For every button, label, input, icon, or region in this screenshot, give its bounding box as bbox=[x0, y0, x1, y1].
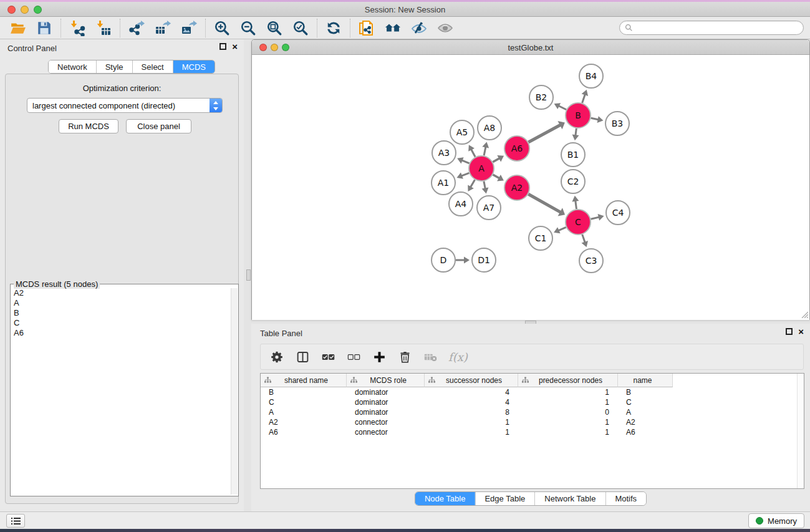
graph-node-D[interactable]: D bbox=[432, 248, 455, 272]
zoom-in-button[interactable] bbox=[209, 18, 235, 38]
show-hide-panels-button[interactable] bbox=[380, 18, 406, 38]
run-mcds-button[interactable]: Run MCDS bbox=[59, 119, 118, 133]
table-row[interactable]: Bdominator41B bbox=[261, 387, 804, 397]
edge-D-D1[interactable] bbox=[456, 257, 470, 264]
edge-A-A8[interactable] bbox=[482, 142, 489, 156]
edge-B-B2[interactable] bbox=[554, 103, 567, 110]
save-session-button[interactable] bbox=[31, 18, 57, 38]
column-browser-button[interactable] bbox=[295, 349, 310, 364]
column-settings-button[interactable] bbox=[269, 349, 284, 364]
graph-node-B2[interactable]: B2 bbox=[529, 85, 553, 109]
export-table-button[interactable] bbox=[150, 18, 176, 38]
edge-B-B4[interactable] bbox=[582, 90, 588, 103]
status-bar: Memory bbox=[0, 511, 810, 529]
memory-button[interactable]: Memory bbox=[748, 513, 804, 528]
tab-select[interactable]: Select bbox=[132, 60, 173, 73]
table-row[interactable]: A6connector11A6 bbox=[261, 427, 804, 437]
refresh-button[interactable] bbox=[321, 18, 347, 38]
select-all-columns-button[interactable] bbox=[321, 349, 335, 364]
graph-node-A7[interactable]: A7 bbox=[477, 196, 501, 220]
tab-node-table[interactable]: Node Table bbox=[415, 492, 475, 505]
table-row[interactable]: Adominator80A bbox=[261, 407, 804, 417]
column-header-successor-nodes[interactable]: successor nodes bbox=[425, 374, 518, 387]
edge-A-A5[interactable] bbox=[468, 145, 475, 157]
import-table-button[interactable] bbox=[90, 18, 117, 38]
graph-node-A2[interactable]: A2 bbox=[504, 175, 529, 200]
edge-A-A6[interactable] bbox=[493, 155, 504, 162]
edge-C-C3[interactable] bbox=[582, 235, 588, 247]
edge-A-A4[interactable] bbox=[468, 180, 475, 191]
edge-A6-B[interactable] bbox=[528, 121, 564, 142]
graph-node-C[interactable]: C bbox=[566, 210, 591, 235]
tab-edge-table[interactable]: Edge Table bbox=[475, 492, 534, 505]
table-scrollbar[interactable] bbox=[797, 374, 804, 488]
zoom-out-button[interactable] bbox=[235, 18, 261, 38]
tab-network[interactable]: Network bbox=[49, 60, 96, 73]
graph-node-C1[interactable]: C1 bbox=[529, 226, 552, 250]
mcds-result-item: B bbox=[11, 308, 229, 318]
tab-style[interactable]: Style bbox=[96, 60, 132, 73]
graph-node-D1[interactable]: D1 bbox=[472, 248, 496, 272]
graph-node-A6[interactable]: A6 bbox=[504, 136, 529, 161]
graph-node-A3[interactable]: A3 bbox=[432, 141, 456, 165]
table-row[interactable]: A2connector11A2 bbox=[261, 417, 804, 427]
search-field[interactable] bbox=[619, 21, 804, 35]
search-input[interactable] bbox=[636, 23, 798, 32]
edge-A2-C[interactable] bbox=[528, 194, 565, 216]
tab-mcds[interactable]: MCDS bbox=[173, 60, 215, 73]
unselect-all-columns-button[interactable] bbox=[346, 349, 361, 364]
export-image-button[interactable] bbox=[176, 18, 202, 38]
graph-node-A[interactable]: A bbox=[469, 156, 494, 181]
close-panel-button[interactable]: × bbox=[232, 43, 238, 50]
network-window-titlebar[interactable]: testGlobe.txt bbox=[252, 40, 809, 55]
edge-B-B1[interactable] bbox=[572, 128, 579, 140]
resize-grip-icon[interactable] bbox=[801, 311, 808, 318]
edge-C-C2[interactable] bbox=[572, 196, 579, 209]
edge-A-A3[interactable] bbox=[457, 157, 469, 163]
column-header-mcds-role[interactable]: MCDS role bbox=[347, 374, 425, 387]
edge-A-A7[interactable] bbox=[482, 181, 489, 194]
task-history-button[interactable] bbox=[6, 514, 25, 528]
float-panel-button[interactable] bbox=[219, 43, 226, 50]
graph-node-B[interactable]: B bbox=[566, 103, 591, 128]
graph-node-A1[interactable]: A1 bbox=[432, 171, 455, 195]
edge-C-C4[interactable] bbox=[591, 214, 604, 221]
edge-A-A2[interactable] bbox=[493, 175, 503, 181]
zoom-fit-button[interactable] bbox=[261, 18, 287, 38]
graph-node-B1[interactable]: B1 bbox=[561, 143, 585, 167]
mcds-result-list[interactable]: A2ABCA6 bbox=[11, 288, 229, 495]
column-header-predecessor-nodes[interactable]: predecessor nodes bbox=[518, 374, 618, 387]
graph-node-B4[interactable]: B4 bbox=[579, 64, 603, 88]
table-row[interactable]: Cdominator41C bbox=[261, 397, 804, 407]
graph-node-A4[interactable]: A4 bbox=[449, 192, 473, 216]
zoom-selected-button[interactable] bbox=[287, 18, 314, 38]
criterion-dropdown[interactable]: largest connected component (directed) bbox=[27, 98, 223, 113]
float-table-panel-button[interactable] bbox=[786, 328, 793, 335]
graph-node-B3[interactable]: B3 bbox=[605, 112, 629, 135]
edge-A-A1[interactable] bbox=[457, 173, 470, 179]
column-header-name[interactable]: name bbox=[618, 374, 673, 387]
network-canvas[interactable]: B4B2BB3A8A5A6A3B1AC2A1A2A4A7C4CC1C3DD1 bbox=[252, 55, 809, 320]
graph-node-A8[interactable]: A8 bbox=[478, 116, 501, 140]
close-table-panel-button[interactable]: × bbox=[798, 328, 804, 335]
add-column-button[interactable] bbox=[372, 349, 387, 364]
close-panel-button-bottom[interactable]: Close panel bbox=[126, 119, 191, 133]
delete-column-button[interactable] bbox=[397, 349, 412, 364]
tab-network-table[interactable]: Network Table bbox=[534, 492, 605, 505]
graph-node-C3[interactable]: C3 bbox=[579, 249, 603, 273]
edge-B-B3[interactable] bbox=[591, 116, 604, 123]
mcds-result-scrollbar[interactable] bbox=[231, 288, 238, 495]
checked-boxes-icon bbox=[322, 351, 335, 364]
graph-node-A5[interactable]: A5 bbox=[450, 120, 474, 144]
export-network-button[interactable] bbox=[123, 18, 150, 38]
open-file-button[interactable] bbox=[5, 18, 31, 38]
graph-node-C4[interactable]: C4 bbox=[606, 201, 630, 225]
graph-node-C2[interactable]: C2 bbox=[561, 170, 585, 193]
panel-splitter-vertical[interactable] bbox=[246, 269, 251, 281]
edge-C-C1[interactable] bbox=[554, 227, 566, 233]
column-header-shared-name[interactable]: shared name bbox=[261, 374, 347, 387]
show-hide-edges-button[interactable] bbox=[406, 18, 432, 38]
tab-motifs[interactable]: Motifs bbox=[605, 492, 646, 505]
new-network-from-selection-button[interactable] bbox=[354, 18, 380, 38]
import-network-button[interactable] bbox=[64, 18, 90, 38]
